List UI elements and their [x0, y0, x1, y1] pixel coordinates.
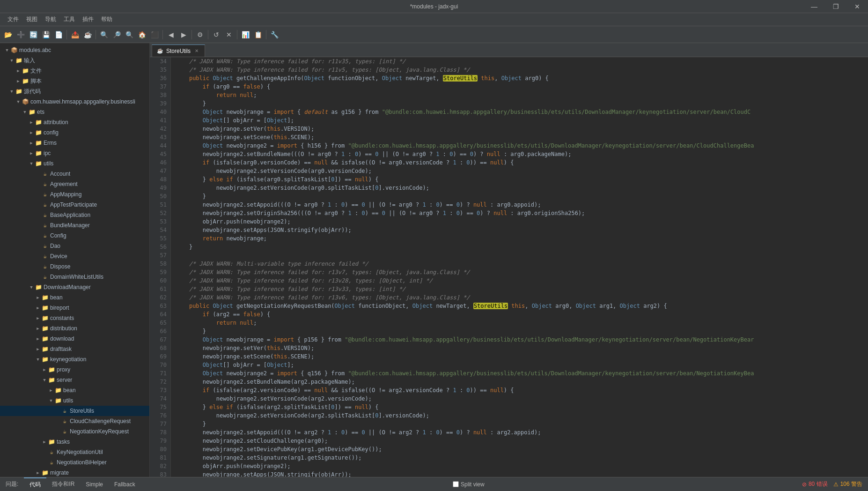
- line-numbers: 3435363738 3940414243 4445464748 4950515…: [150, 57, 171, 477]
- log-button[interactable]: 📋: [252, 29, 264, 41]
- tree-storeutils[interactable]: ☕ StoreUtils: [0, 406, 149, 416]
- utils-label: utils: [44, 160, 53, 167]
- tree-input[interactable]: ▼ 📁 输入: [0, 55, 149, 66]
- settings-button[interactable]: 🔧: [268, 29, 280, 41]
- constants-icon: 📁: [41, 314, 49, 322]
- split-view-checkbox-input[interactable]: [453, 481, 459, 487]
- tree-server-bean[interactable]: ▶ 📁 bean: [0, 385, 149, 395]
- tree-migrate[interactable]: ▶ 📁 migrate: [0, 468, 149, 477]
- stop-button[interactable]: ⬛: [148, 29, 161, 41]
- nkr-label: NegotiationKeyRequest: [70, 428, 129, 435]
- bottom-tab-code[interactable]: 代码: [24, 477, 46, 491]
- tree-drafttask[interactable]: ▶ 📁 drafttask: [0, 344, 149, 354]
- tab-close-button[interactable]: ✕: [193, 48, 200, 54]
- tree-negotiationbihelper[interactable]: ☕ NegotiationBiHelper: [0, 457, 149, 468]
- error-status: ⊘ 80 错误 ⚠ 106 警告: [796, 480, 868, 488]
- menu-view[interactable]: 视图: [22, 14, 41, 25]
- tree-bundlemanager[interactable]: ☕ BundleManager: [0, 220, 149, 231]
- tree-dispose[interactable]: ☕ Dispose: [0, 261, 149, 272]
- bottom-tab-ir[interactable]: 指令和IR: [46, 477, 80, 491]
- tree-keynegotiation[interactable]: ▼ 📁 keynegotiation: [0, 354, 149, 365]
- tree-keynegotiationutil[interactable]: ☕ KeyNegotiationUtil: [0, 447, 149, 457]
- bottom-tab-fallback[interactable]: Fallback: [109, 477, 141, 491]
- tree-bireport[interactable]: ▶ 📁 bireport: [0, 303, 149, 313]
- home-button[interactable]: 🏠: [136, 29, 148, 41]
- minimize-button[interactable]: —: [803, 0, 825, 13]
- menu-plugins[interactable]: 插件: [79, 14, 97, 25]
- tree-constants[interactable]: ▶ 📁 constants: [0, 313, 149, 323]
- tree-account[interactable]: ☕ Account: [0, 169, 149, 179]
- forward-button[interactable]: ▶: [177, 29, 190, 41]
- tree-scripts[interactable]: ▶ 📁 脚本: [0, 76, 149, 86]
- title-bar: *modules - jadx-gui — ❐ ✕: [0, 0, 868, 13]
- tree-domainwhitelistutils[interactable]: ☕ DomainWhiteListUtils: [0, 272, 149, 282]
- split-view-checkbox[interactable]: Split view: [453, 481, 485, 488]
- save-button[interactable]: 💾: [40, 29, 52, 41]
- migrate-label: migrate: [50, 469, 69, 476]
- tree-package[interactable]: ▼ 📦 com.huawei.hmsapp.appgallery.busines…: [0, 97, 149, 107]
- menu-file[interactable]: 文件: [4, 14, 22, 25]
- tree-utils[interactable]: ▼ 📁 utils: [0, 158, 149, 169]
- account-java-icon: ☕: [41, 170, 49, 178]
- tree-appmapping[interactable]: ☕ AppMapping: [0, 189, 149, 200]
- ets-arrow: ▼: [22, 110, 28, 114]
- bottom-tab-simple[interactable]: Simple: [80, 477, 109, 491]
- tree-agreement[interactable]: ☕ Agreement: [0, 179, 149, 189]
- menu-navigate[interactable]: 导航: [41, 14, 60, 25]
- tree-source[interactable]: ▼ 📁 源代码: [0, 86, 149, 97]
- tree-files[interactable]: ▶ 📁 文件: [0, 66, 149, 76]
- restore-button[interactable]: ❐: [825, 0, 846, 13]
- refresh-button[interactable]: ↺: [210, 29, 222, 41]
- error-icon: ⊘: [802, 481, 807, 488]
- tree-attribution[interactable]: ▶ 📁 attribution: [0, 117, 149, 127]
- server-icon: 📁: [48, 376, 55, 384]
- tree-device[interactable]: ☕ Device: [0, 251, 149, 261]
- tree-dao[interactable]: ☕ Dao: [0, 241, 149, 251]
- dist-arrow: ▶: [35, 326, 41, 331]
- cancel-button[interactable]: ✕: [223, 29, 235, 41]
- progress-button[interactable]: 📊: [239, 29, 251, 41]
- tree-negotiationkeyrequest[interactable]: ☕ NegotiationKeyRequest: [0, 426, 149, 437]
- proxy-icon: 📁: [48, 366, 55, 373]
- open-button[interactable]: 📂: [2, 29, 14, 41]
- tree-downloadmanager[interactable]: ▼ 📁 DownloadManager: [0, 282, 149, 292]
- close-button[interactable]: ✕: [846, 0, 868, 13]
- tab-storeutils[interactable]: ☕ StoreUtils ✕: [152, 45, 205, 57]
- tree-config2[interactable]: ☕ Config: [0, 231, 149, 241]
- tree-tasks[interactable]: ▶ 📁 tasks: [0, 437, 149, 447]
- tree-baseapplication[interactable]: ☕ BaseApplication: [0, 210, 149, 220]
- tree-config[interactable]: ▶ 📁 config: [0, 127, 149, 138]
- back-button[interactable]: ◀: [165, 29, 177, 41]
- search-button[interactable]: 🔍: [98, 29, 110, 41]
- save-all-button[interactable]: 📄: [52, 29, 65, 41]
- tree-proxy[interactable]: ▶ 📁 proxy: [0, 365, 149, 375]
- tree-cloudchallengerequest[interactable]: ☕ CloudChallengeRequest: [0, 416, 149, 426]
- tree-bean1[interactable]: ▶ 📁 bean: [0, 292, 149, 303]
- ccr-icon: ☕: [61, 417, 68, 425]
- tree-distribution[interactable]: ▶ 📁 distribution: [0, 323, 149, 334]
- tree-download[interactable]: ▶ 📁 download: [0, 334, 149, 344]
- tree-apptestparticipate[interactable]: ☕ AppTestParticipate: [0, 200, 149, 210]
- tree-server[interactable]: ▼ 📁 server: [0, 375, 149, 385]
- zoom-in-button[interactable]: 🔎: [110, 29, 123, 41]
- zoom-out-button[interactable]: 🔍: [123, 29, 135, 41]
- decompile-button[interactable]: ⚙: [194, 29, 206, 41]
- tree-ipc[interactable]: ▶ 📁 ipc: [0, 148, 149, 158]
- tree-server-utils[interactable]: ▼ 📁 utils: [0, 395, 149, 406]
- menu-help[interactable]: 帮助: [97, 14, 116, 25]
- tree-erms[interactable]: ▶ 📁 Erms: [0, 138, 149, 148]
- proxy-label: proxy: [57, 366, 70, 373]
- gradle-button[interactable]: ☕: [81, 29, 94, 41]
- add-button[interactable]: ➕: [15, 29, 27, 41]
- source-folder-icon: 📁: [15, 88, 22, 95]
- status-area: Split view: [447, 481, 490, 488]
- tree-root[interactable]: ▼ 📦 modules.abc: [0, 45, 149, 55]
- config-folder-icon: 📁: [35, 129, 42, 136]
- reload-button[interactable]: 🔄: [27, 29, 39, 41]
- config2-icon: ☕: [41, 232, 49, 239]
- dlm-arrow: ▼: [28, 285, 35, 290]
- tree-ets[interactable]: ▼ 📁 ets: [0, 107, 149, 117]
- menu-tools[interactable]: 工具: [60, 14, 79, 25]
- export-button[interactable]: 📤: [69, 29, 81, 41]
- code-editor[interactable]: 3435363738 3940414243 4445464748 4950515…: [150, 57, 868, 477]
